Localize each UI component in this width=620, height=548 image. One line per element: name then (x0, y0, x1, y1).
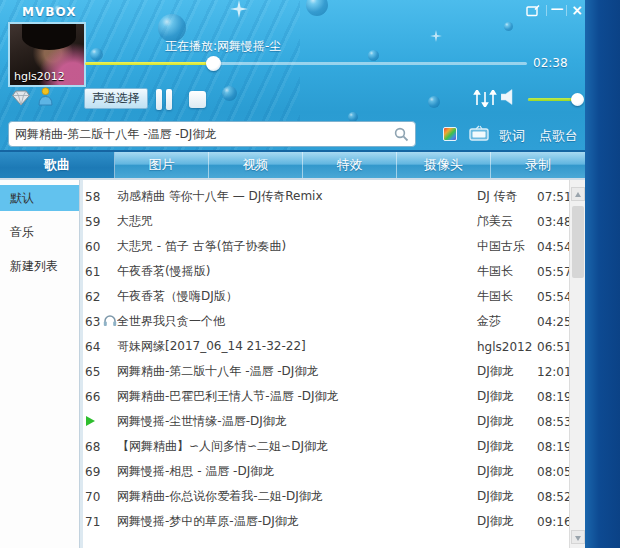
tab-record[interactable]: 录制 (491, 152, 585, 178)
row-number: 66 (83, 390, 103, 404)
song-artist: 金莎 (477, 313, 537, 330)
table-row[interactable]: 61 午夜香茗(慢摇版) 牛国长 05:57 (83, 259, 569, 284)
song-duration: 06:51 (537, 340, 569, 354)
song-duration: 08:19 (537, 390, 569, 404)
mv-screen-button[interactable] (469, 125, 489, 146)
window-right-edge (585, 0, 620, 548)
song-artist: 牛国长 (477, 288, 537, 305)
sidebar-item-default[interactable]: 默认 (0, 185, 79, 211)
app-title: MVBOX (22, 5, 76, 19)
row-number-text: 58 (85, 190, 100, 204)
scrollbar-thumb[interactable] (572, 206, 584, 278)
water-droplet (504, 22, 513, 31)
table-row[interactable]: 65 网舞精曲-第二版十八年 -温唇 -DJ御龙 DJ御龙 12:01 (83, 359, 569, 384)
row-number-text: 71 (85, 515, 100, 529)
progress-thumb[interactable] (206, 56, 221, 71)
table-row[interactable]: 62 午夜香茗（慢嗨DJ版） 牛国长 05:54 (83, 284, 569, 309)
stop-button[interactable] (189, 91, 206, 108)
table-row[interactable]: 66 网舞精曲-巴霍巴利王情人节-温唇 -DJ御龙 DJ御龙 08:19 (83, 384, 569, 409)
mute-button[interactable] (501, 89, 515, 109)
playlist-scrollbar[interactable] (569, 180, 585, 548)
row-number-text: 59 (85, 215, 100, 229)
channel-select-button[interactable]: 声道选择 (84, 88, 148, 109)
table-row[interactable]: 59 大悲咒 邝美云 03:48 (83, 209, 569, 234)
song-title: 大悲咒 (117, 213, 457, 230)
search-box (8, 121, 416, 147)
row-number: 62 (83, 290, 103, 304)
online-user-button[interactable] (37, 87, 54, 111)
song-artist: DJ御龙 (477, 413, 537, 430)
tab-pictures[interactable]: 图片 (115, 152, 209, 178)
tab-songs[interactable]: 歌曲 (0, 152, 115, 178)
song-title: 午夜香茗（慢嗨DJ版） (117, 288, 457, 305)
song-duration: 12:01 (537, 365, 569, 379)
volume-thumb[interactable] (571, 93, 584, 106)
tab-effects[interactable]: 特效 (303, 152, 397, 178)
table-row[interactable]: 71 网舞慢摇-梦中的草原-温唇-DJ御龙 DJ御龙 09:16 (83, 509, 569, 534)
scroll-down-icon[interactable] (571, 530, 585, 544)
table-row[interactable]: 58 动感精曲 等你十八年 — DJ传奇Remix DJ 传奇 07:51 (83, 184, 569, 209)
table-row[interactable]: 60 大悲咒 - 笛子 古筝(笛子协奏曲) 中国古乐 04:54 (83, 234, 569, 259)
search-icon[interactable] (394, 127, 409, 142)
water-droplet (222, 86, 237, 101)
elapsed-time: 02:38 (533, 56, 568, 70)
song-artist: DJ御龙 (477, 438, 537, 455)
water-droplet (428, 96, 440, 108)
main-panel: MVBOX — × hgls2012 正在播放:网舞慢摇-尘 02:38 (0, 0, 585, 548)
table-row[interactable]: 64 哥妹网缘[2017_06_14 21-32-22] hgls2012 06… (83, 334, 569, 359)
song-title: 网舞精曲-你总说你爱着我-二姐-DJ御龙 (117, 488, 457, 505)
song-title: 网舞精曲-巴霍巴利王情人节-温唇 -DJ御龙 (117, 388, 457, 405)
row-number-text: 68 (85, 440, 100, 454)
song-duration: 08:05 (537, 465, 569, 479)
row-number-text: 64 (85, 340, 100, 354)
row-number-text: 61 (85, 265, 100, 279)
song-duration: 08:52 (537, 490, 569, 504)
playlist-sidebar: 默认 音乐 新建列表 (0, 180, 79, 548)
song-artist: hgls2012 (477, 340, 537, 354)
song-duration: 08:53 (537, 415, 569, 429)
search-input[interactable] (15, 123, 383, 145)
avatar-username: hgls2012 (14, 70, 65, 83)
row-number: 58 (83, 190, 103, 204)
song-artist: DJ御龙 (477, 363, 537, 380)
avatar[interactable]: hgls2012 (8, 22, 86, 87)
headphones-icon (103, 314, 117, 327)
table-row[interactable]: 68 【网舞精曲】∽人间多情∽二姐∽DJ御龙 DJ御龙 08:19 (83, 434, 569, 459)
song-artist: DJ御龙 (477, 488, 537, 505)
row-number-text: 62 (85, 290, 100, 304)
song-request-button[interactable]: 点歌台 (539, 127, 578, 145)
table-row[interactable]: 网舞慢摇-尘世情缘-温唇-DJ御龙 DJ御龙 08:53 (83, 409, 569, 434)
player-panel: MVBOX — × hgls2012 正在播放:网舞慢摇-尘 02:38 (0, 0, 585, 150)
table-row[interactable]: 63 全世界我只贪一个他 金莎 04:25 (83, 309, 569, 334)
table-row[interactable]: 69 网舞慢摇-相思 - 温唇 -DJ御龙 DJ御龙 08:05 (83, 459, 569, 484)
gem-button[interactable] (11, 90, 31, 110)
sparkle-star-icon (230, 0, 248, 18)
sidebar-item-new-list[interactable]: 新建列表 (0, 253, 79, 279)
song-title: 全世界我只贪一个他 (117, 313, 457, 330)
sidebar-item-music[interactable]: 音乐 (0, 219, 79, 245)
table-row[interactable]: 70 网舞精曲-你总说你爱着我-二姐-DJ御龙 DJ御龙 08:52 (83, 484, 569, 509)
minimize-button[interactable]: — (549, 3, 565, 18)
row-number-text: 60 (85, 240, 100, 254)
mvbox-window: MVBOX — × hgls2012 正在播放:网舞慢摇-尘 02:38 (0, 0, 620, 548)
volume-slider[interactable] (528, 98, 584, 101)
lyrics-button[interactable]: 歌词 (499, 127, 525, 145)
row-number-text: 63 (85, 315, 100, 329)
equalizer-icon (473, 90, 497, 107)
change-skin-button[interactable] (525, 3, 541, 18)
pause-bar-icon (156, 89, 162, 110)
now-playing-text: 正在播放:网舞慢摇-尘 (165, 38, 281, 55)
color-palette-icon[interactable] (443, 127, 457, 141)
tab-video[interactable]: 视频 (209, 152, 303, 178)
row-number-text: 66 (85, 390, 100, 404)
song-title: 网舞慢摇-相思 - 温唇 -DJ御龙 (117, 463, 457, 480)
close-button[interactable]: × (569, 3, 585, 18)
scroll-up-icon[interactable] (571, 187, 585, 201)
song-artist: DJ 传奇 (477, 188, 537, 205)
tab-camera[interactable]: 摄像头 (397, 152, 491, 178)
progress-bar[interactable] (85, 62, 527, 65)
song-duration: 08:19 (537, 440, 569, 454)
pause-button[interactable] (156, 89, 178, 110)
equalizer-button[interactable] (473, 90, 497, 111)
song-duration: 05:54 (537, 290, 569, 304)
